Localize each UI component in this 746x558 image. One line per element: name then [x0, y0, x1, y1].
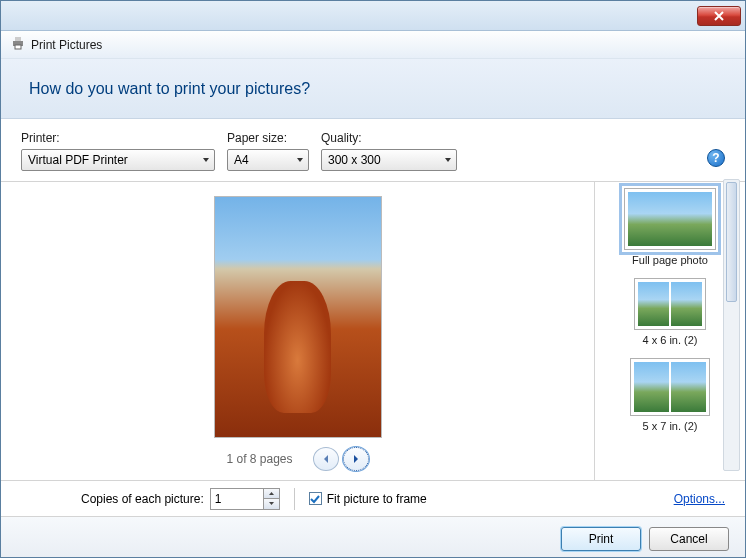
arrow-right-icon: [351, 454, 361, 464]
window-title: Print Pictures: [31, 38, 102, 52]
layout-thumb: [624, 188, 716, 250]
quality-group: Quality: 300 x 300: [321, 131, 457, 171]
layout-item-full-page[interactable]: Full page photo: [624, 188, 716, 266]
svg-rect-2: [15, 45, 21, 49]
quality-label: Quality:: [321, 131, 457, 145]
paper-size-label: Paper size:: [227, 131, 309, 145]
bottom-row: Copies of each picture: 1 Fit picture to…: [1, 480, 745, 516]
next-page-button[interactable]: [343, 447, 369, 471]
divider: [294, 488, 295, 510]
svg-rect-1: [15, 37, 21, 41]
chevron-up-icon: [268, 491, 275, 496]
paper-size-value: A4: [234, 153, 249, 167]
chevron-down-icon: [268, 501, 275, 506]
help-icon: ?: [712, 151, 719, 165]
close-icon: [713, 11, 725, 21]
layout-item-4x6[interactable]: 4 x 6 in. (2): [634, 278, 706, 346]
thumb-image-icon: [628, 192, 712, 246]
printer-group: Printer: Virtual PDF Printer: [21, 131, 215, 171]
thumb-image-icon: [638, 282, 669, 326]
paper-size-group: Paper size: A4: [227, 131, 309, 171]
title-bar: [1, 1, 745, 31]
scrollbar-thumb[interactable]: [726, 182, 737, 302]
thumb-image-icon: [634, 362, 669, 412]
fit-label: Fit picture to frame: [327, 492, 427, 506]
prev-page-button[interactable]: [313, 447, 339, 471]
thumb-image-icon: [671, 362, 706, 412]
paper-size-dropdown[interactable]: A4: [227, 149, 309, 171]
printer-dropdown[interactable]: Virtual PDF Printer: [21, 149, 215, 171]
cancel-button-label: Cancel: [670, 532, 707, 546]
question-text: How do you want to print your pictures?: [29, 80, 310, 98]
preview-pane: 1 of 8 pages: [1, 182, 595, 480]
quality-dropdown[interactable]: 300 x 300: [321, 149, 457, 171]
layout-thumb: [634, 278, 706, 330]
cancel-button[interactable]: Cancel: [649, 527, 729, 551]
copies-down-button[interactable]: [264, 498, 279, 509]
printer-label: Printer:: [21, 131, 215, 145]
copies-up-button[interactable]: [264, 489, 279, 499]
print-button-label: Print: [589, 532, 614, 546]
layout-thumb: [630, 358, 710, 416]
print-button[interactable]: Print: [561, 527, 641, 551]
main-area: 1 of 8 pages Full page photo 4 x 6: [1, 182, 745, 480]
options-link[interactable]: Options...: [674, 492, 725, 506]
copies-group: Copies of each picture: 1: [81, 488, 280, 510]
chevron-down-icon: [296, 153, 304, 167]
arrow-left-icon: [321, 454, 331, 464]
preview-image: [215, 197, 381, 437]
layout-label: 4 x 6 in. (2): [642, 334, 697, 346]
printer-icon: [11, 36, 25, 53]
fit-group: Fit picture to frame: [309, 492, 427, 506]
thumb-image-icon: [671, 282, 702, 326]
fit-checkbox[interactable]: [309, 492, 322, 505]
button-row: Print Cancel: [1, 516, 745, 558]
controls-row: Printer: Virtual PDF Printer Paper size:…: [1, 119, 745, 182]
header-row: Print Pictures: [1, 31, 745, 59]
layout-label: 5 x 7 in. (2): [642, 420, 697, 432]
pager-row: 1 of 8 pages: [226, 447, 368, 471]
layouts-scrollbar[interactable]: [723, 179, 740, 471]
question-bar: How do you want to print your pictures?: [1, 59, 745, 119]
chevron-down-icon: [202, 153, 210, 167]
help-button[interactable]: ?: [707, 149, 725, 167]
chevron-down-icon: [444, 153, 452, 167]
copies-label: Copies of each picture:: [81, 492, 204, 506]
layout-label: Full page photo: [632, 254, 708, 266]
copies-value: 1: [215, 492, 222, 506]
copies-input[interactable]: 1: [210, 488, 264, 510]
printer-value: Virtual PDF Printer: [28, 153, 128, 167]
check-icon: [310, 494, 320, 504]
copies-spinner: [264, 488, 280, 510]
nav-buttons: [313, 447, 369, 471]
layout-item-5x7[interactable]: 5 x 7 in. (2): [630, 358, 710, 432]
quality-value: 300 x 300: [328, 153, 381, 167]
pager-text: 1 of 8 pages: [226, 452, 292, 466]
close-button[interactable]: [697, 6, 741, 26]
